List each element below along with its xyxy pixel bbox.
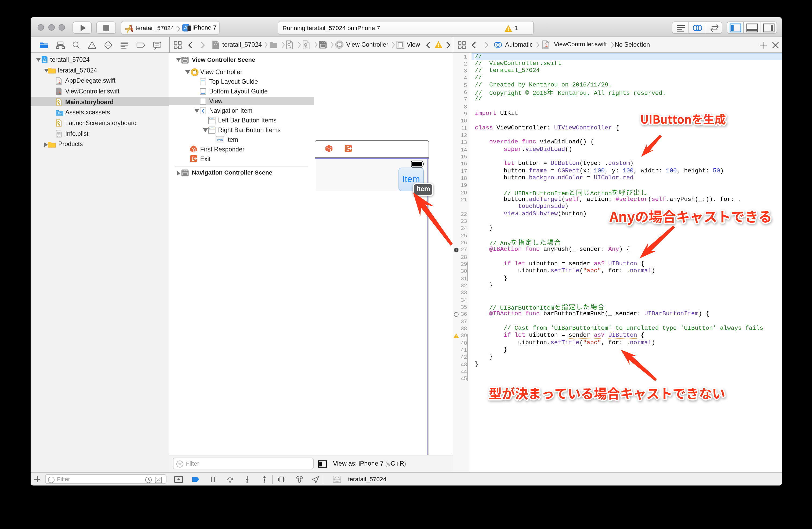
svg-text:Item: Item [217, 138, 222, 141]
svg-text:SWIFT: SWIFT [57, 94, 61, 95]
svg-text:SWIFT: SWIFT [57, 83, 61, 84]
svg-text:1: 1 [329, 148, 331, 152]
svg-text:PLIST: PLIST [57, 136, 60, 137]
svg-text:1: 1 [194, 148, 196, 153]
